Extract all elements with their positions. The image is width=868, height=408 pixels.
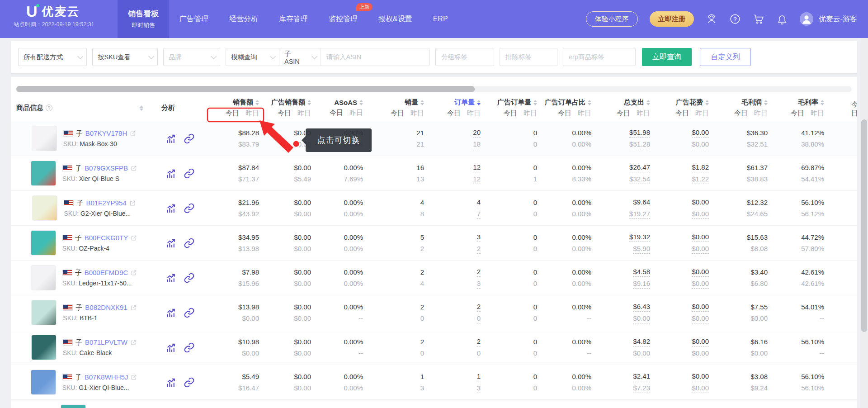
yesterday-toggle[interactable]: 昨日 [297,109,311,118]
cell-adCost[interactable]: $0.00$0.00 [656,261,714,295]
asin-link[interactable]: B01F2YP954 [86,198,126,208]
yesterday-toggle[interactable]: 昨日 [637,109,650,118]
external-link-icon[interactable] [130,304,137,311]
value-today[interactable]: $2.41 [633,371,650,381]
value-today[interactable]: $0.00 [692,267,709,277]
product-image[interactable] [31,161,56,186]
asin-type-select[interactable]: 子 ASIN [279,48,321,66]
sort-carets[interactable] [255,100,259,105]
column-header-adSales[interactable]: 广告销售额今日昨日 [264,95,316,121]
today-toggle[interactable]: 今日 [226,109,239,118]
cell-adCost[interactable]: $0.00 [656,400,714,408]
cell-orders[interactable]: 1 [429,400,486,408]
vertical-scrollbar-thumb[interactable] [861,119,867,332]
value-today[interactable]: $51.98 [629,128,650,138]
link-icon[interactable] [184,133,195,144]
yesterday-toggle[interactable]: 昨日 [578,109,591,118]
column-header-margin[interactable]: 毛利率今日昨日 [773,95,830,121]
value-yesterday[interactable]: $5.90 [633,244,650,254]
cell-adCost[interactable]: $0.00$0.00 [656,226,714,260]
value-today[interactable]: 20 [473,128,481,138]
value-yesterday[interactable]: $7.23 [633,383,650,393]
value-today[interactable]: $4.82 [633,337,650,346]
product-image[interactable] [31,230,56,256]
customize-columns-button[interactable]: 自定义列 [700,48,751,66]
view-mode-select[interactable]: 按SKU查看 [92,48,158,66]
trend-chart-icon[interactable] [165,307,177,318]
yesterday-toggle[interactable]: 昨日 [524,109,537,118]
user-name[interactable]: 优麦云-游客 [819,14,857,24]
support-headset-icon[interactable] [706,13,717,25]
cell-spend[interactable]: $6.43$0.00 [597,295,656,330]
link-icon[interactable] [184,237,195,249]
value-yesterday[interactable]: $0.00 [633,313,650,323]
delivery-method-select[interactable]: 所有配送方式 [18,48,87,66]
value-today[interactable]: $6.43 [633,302,650,312]
sort-carets[interactable] [140,105,143,111]
sort-carets[interactable] [307,100,311,105]
logo-icon[interactable]: U [26,3,38,19]
value-yesterday[interactable]: $0.00 [692,313,709,323]
sort-carets[interactable] [588,100,591,105]
external-link-icon[interactable] [131,374,137,380]
trend-chart-icon[interactable] [165,168,177,179]
link-icon[interactable] [184,377,195,388]
asin-link[interactable]: B07KYV178H [85,128,127,138]
cell-adCost[interactable]: $0.00$0.00 [656,365,714,399]
today-toggle[interactable]: 今日 [617,109,630,118]
column-header-profit[interactable]: 毛利润今日昨日 [714,95,773,121]
column-header-sales[interactable]: 销售额今日昨日 [199,95,264,121]
sort-carets[interactable] [646,100,650,105]
yesterday-toggle[interactable]: 昨日 [695,109,709,118]
today-toggle[interactable]: 今日 [734,109,748,118]
cell-spend[interactable]: $9.64$19.27 [597,191,656,225]
cell-spend[interactable]: $2.41$7.23 [597,365,656,399]
external-link-icon[interactable] [130,130,136,137]
yesterday-toggle[interactable]: 昨日 [754,109,768,118]
cell-orders[interactable]: 13 [429,365,486,399]
horizontal-scrollbar[interactable] [16,86,852,92]
value-today[interactable]: 2 [477,337,481,346]
value-today[interactable]: $0.00 [692,371,709,381]
column-header-asoas[interactable]: ASoAS今日昨日 [316,95,368,121]
today-toggle[interactable]: 今日 [675,109,689,118]
column-header-adCost[interactable]: 广告花费今日昨日 [656,95,714,121]
value-yesterday[interactable]: $0.00 [692,348,709,358]
tab-authorization-settings[interactable]: 上新 授权&设置 [368,0,423,38]
cell-orders[interactable]: 23 [429,261,486,295]
value-yesterday[interactable]: 0 [477,348,481,358]
value-yesterday[interactable]: 0 [477,313,481,323]
help-circle-icon[interactable]: ? [46,104,52,111]
product-image[interactable] [32,126,57,151]
external-link-icon[interactable] [131,235,137,241]
column-header-spend[interactable]: 总支出今日昨日 [597,95,656,121]
value-today[interactable]: 3 [477,232,481,242]
value-yesterday[interactable]: 12 [473,174,481,184]
external-link-icon[interactable] [130,339,137,346]
value-today[interactable]: $0.00 [692,232,709,242]
value-today[interactable]: $26.47 [629,162,650,172]
value-today[interactable]: $0.00 [692,302,709,312]
column-header-adOrders[interactable]: 广告订单量今日昨日 [486,95,542,121]
vertical-scrollbar[interactable] [860,38,868,408]
value-yesterday[interactable]: $9.16 [633,279,650,289]
group-tag-input[interactable]: 分组标签 [435,48,494,66]
search-button[interactable]: 立即查询 [642,48,692,66]
cell-spend[interactable]: $4.58$9.16 [597,261,656,295]
tab-sales-dashboard[interactable]: 销售看板 即时销售 [118,0,169,38]
yesterday-toggle[interactable]: 昨日 [410,109,424,118]
cell-spend[interactable]: $4.82$0.00 [597,330,656,365]
asin-link[interactable]: B082DNXK91 [85,303,127,312]
value-yesterday[interactable]: $51.28 [629,139,650,149]
cell-adCost[interactable]: $0.00$0.00 [656,121,714,156]
yesterday-toggle[interactable]: 昨日 [349,109,363,117]
product-image[interactable] [61,404,86,408]
trend-chart-icon[interactable] [165,342,177,353]
product-image[interactable] [31,335,57,360]
product-image[interactable] [31,300,57,325]
cell-orders[interactable]: 2018 [429,121,486,156]
value-today[interactable]: $0.00 [692,128,709,138]
external-link-icon[interactable] [131,165,137,171]
today-toggle[interactable]: 今日 [558,109,571,118]
yesterday-toggle[interactable]: 昨日 [245,109,259,118]
